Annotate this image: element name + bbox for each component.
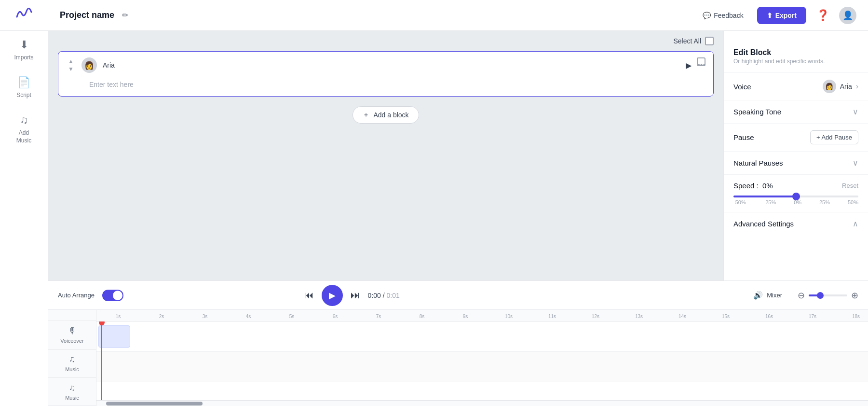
topbar-right: 💬 Feedback ⬆ Export ❓ 👤 <box>697 7 856 24</box>
avatar[interactable]: 👤 <box>839 7 856 24</box>
project-title: Project name <box>60 10 114 20</box>
timeline-track-voiceover <box>96 322 868 351</box>
edit-block-section: Edit Block Or highlight and edit specifi… <box>724 41 868 73</box>
ruler-mark-3: 4s <box>227 314 270 319</box>
music1-track-label: Music <box>65 366 79 372</box>
speed-reset-button[interactable]: Reset <box>842 182 858 189</box>
sidebar-item-script[interactable]: 📄 Script <box>0 69 48 106</box>
block-move-down[interactable]: ▼ <box>66 66 76 72</box>
auto-arrange-label: Auto Arrange <box>58 292 95 299</box>
speed-marker-1: -25% <box>764 199 776 205</box>
add-block-container: ＋ Add a block <box>58 106 714 124</box>
ruler-mark-5: 6s <box>313 314 357 319</box>
export-label: Export <box>775 12 797 19</box>
block-header: ▲ ▼ 👩 Aria ▶ ••• <box>58 52 713 79</box>
time-current: 0:00 <box>368 292 381 299</box>
script-content: ▲ ▼ 👩 Aria ▶ ••• <box>48 51 723 280</box>
timeline-track-labels: 🎙 Voiceover ♫ Music ♫ Music <box>48 310 96 406</box>
zoom-in-button[interactable]: ⊕ <box>851 290 858 301</box>
ruler-mark-1: 2s <box>140 314 183 319</box>
block-checkbox[interactable] <box>697 57 705 66</box>
ruler-mark-15: 16s <box>747 314 791 319</box>
timeline-track-music2 <box>96 381 868 400</box>
sidebar-item-add-music[interactable]: ♫ AddMusic <box>0 106 48 152</box>
feedback-chat-icon: 💬 <box>703 12 711 19</box>
sidebar-item-label-script: Script <box>16 92 31 98</box>
ruler-mark-17: 18s <box>834 314 868 319</box>
edit-project-icon[interactable]: ✏ <box>122 11 128 20</box>
sidebar-item-imports[interactable]: ⬇ Imports <box>0 31 48 69</box>
track-label-music2[interactable]: ♫ Music <box>48 378 96 406</box>
toggle-thumb <box>113 291 122 300</box>
ruler-mark-8: 9s <box>444 314 487 319</box>
script-icon: 📄 <box>17 76 30 89</box>
natural-pauses-row[interactable]: Natural Pauses ∨ <box>724 152 868 175</box>
select-all-label: Select All <box>673 37 701 45</box>
script-toolbar: Select All <box>48 31 723 51</box>
time-display: 0:00 / 0:01 <box>368 292 400 299</box>
ruler-mark-9: 10s <box>487 314 530 319</box>
voice-row[interactable]: Voice 👩 Aria › <box>724 73 868 100</box>
music-icon: ♫ <box>20 114 28 126</box>
add-pause-label: + Add Pause <box>816 134 852 141</box>
speaking-tone-label: Speaking Tone <box>733 108 781 116</box>
timeline-tracks-area <box>96 322 868 400</box>
block-play-button[interactable]: ▶ <box>686 61 692 70</box>
auto-arrange-toggle[interactable] <box>102 290 123 301</box>
playback-bar: Auto Arrange ⏮ ▶ ⏭ 0:00 / 0:01 <box>48 281 868 310</box>
zoom-out-button[interactable]: ⊖ <box>798 290 805 301</box>
editor-area: Select All ▲ ▼ 👩 <box>48 31 868 280</box>
pause-row: Pause + Add Pause <box>724 124 868 152</box>
voice-name: Aria <box>840 83 852 90</box>
help-button[interactable]: ❓ <box>814 7 831 24</box>
block-text-area[interactable]: Enter text here <box>58 79 713 96</box>
ruler-mark-13: 14s <box>661 314 704 319</box>
timeline-scrollbar[interactable] <box>106 402 203 406</box>
skip-forward-button[interactable]: ⏭ <box>351 290 360 301</box>
speaking-tone-row[interactable]: Speaking Tone ∨ <box>724 100 868 124</box>
speed-slider-fill <box>733 196 796 197</box>
speaker-avatar: 👩 <box>81 57 97 73</box>
bottom-area: Auto Arrange ⏮ ▶ ⏭ 0:00 / 0:01 <box>48 280 868 406</box>
topbar: Project name ✏ 💬 Feedback ⬆ Export ❓ 👤 <box>48 0 868 31</box>
mixer-control: 🔊 Mixer <box>753 291 782 300</box>
feedback-button[interactable]: 💬 Feedback <box>697 8 749 23</box>
pause-label: Pause <box>733 133 754 141</box>
speed-slider-thumb[interactable] <box>792 193 800 200</box>
voiceover-track-icon: 🎙 <box>68 326 77 336</box>
volume-icon: 🔊 <box>753 291 763 300</box>
time-total: 0:01 <box>387 292 400 299</box>
timeline-container: 🎙 Voiceover ♫ Music ♫ Music <box>48 310 868 406</box>
edit-block-subtitle: Or highlight and edit specific words. <box>733 58 858 65</box>
export-button[interactable]: ⬆ Export <box>757 7 806 24</box>
speed-section: Speed : 0% Reset -50% -25% <box>724 175 868 212</box>
add-block-button[interactable]: ＋ Add a block <box>353 106 419 124</box>
track-label-music1[interactable]: ♫ Music <box>48 350 96 378</box>
speaker-avatar-icon: 👩 <box>84 61 94 70</box>
speed-value: 0% <box>762 182 773 190</box>
speed-slider[interactable] <box>733 196 858 197</box>
advanced-settings-row[interactable]: Advanced Settings ∧ <box>724 212 868 235</box>
voice-label: Voice <box>733 83 751 91</box>
skip-back-button[interactable]: ⏮ <box>304 290 314 301</box>
main-area: Project name ✏ 💬 Feedback ⬆ Export ❓ 👤 <box>48 0 868 406</box>
sidebar-item-label-music: AddMusic <box>16 129 31 144</box>
voice-avatar: 👩 <box>823 80 836 93</box>
select-all-checkbox[interactable] <box>705 37 714 45</box>
zoom-slider[interactable] <box>809 294 847 296</box>
ruler-mark-4: 5s <box>270 314 313 319</box>
ruler-mark-7: 8s <box>400 314 444 319</box>
play-button[interactable]: ▶ <box>322 285 343 306</box>
voice-chevron-icon: › <box>856 82 858 91</box>
help-icon: ❓ <box>816 9 829 22</box>
block-move-up[interactable]: ▲ <box>66 58 76 65</box>
sidebar-item-label-imports: Imports <box>14 54 33 61</box>
playhead[interactable] <box>101 322 102 400</box>
block-arrows: ▲ ▼ <box>66 58 76 72</box>
voiceover-clip[interactable] <box>98 325 130 348</box>
track-label-voiceover[interactable]: 🎙 Voiceover <box>48 321 96 350</box>
add-pause-button[interactable]: + Add Pause <box>810 130 858 144</box>
select-all-button[interactable]: Select All <box>673 37 714 45</box>
music1-track-icon: ♫ <box>69 354 76 364</box>
speed-marker-4: 50% <box>848 199 858 205</box>
